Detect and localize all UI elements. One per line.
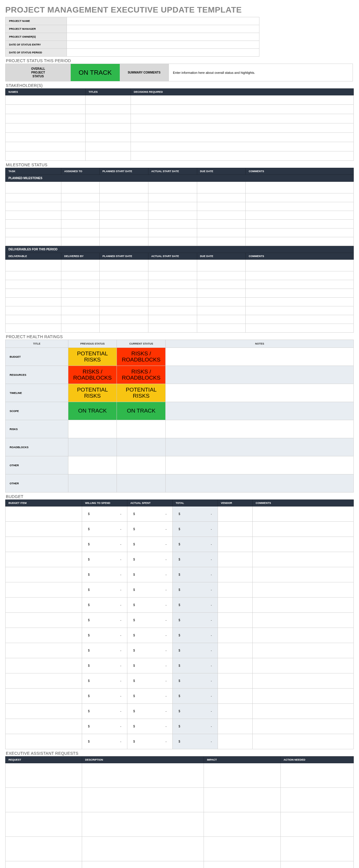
cell[interactable] [253, 552, 354, 567]
cell[interactable] [5, 114, 86, 123]
cell[interactable] [218, 582, 253, 597]
cell[interactable] [280, 861, 354, 868]
cell[interactable] [131, 114, 354, 123]
cell[interactable] [61, 271, 99, 280]
cell[interactable] [61, 202, 99, 211]
cell[interactable] [5, 719, 82, 734]
cell[interactable] [246, 306, 354, 315]
health-notes[interactable] [166, 348, 354, 366]
cell[interactable] [197, 298, 246, 306]
cell[interactable] [253, 704, 354, 719]
cell[interactable]: $- [127, 673, 173, 688]
cell[interactable] [99, 260, 148, 271]
cell[interactable] [99, 280, 148, 289]
cell[interactable] [218, 613, 253, 628]
cell[interactable] [5, 298, 61, 306]
cell[interactable] [218, 643, 253, 658]
cell[interactable] [61, 220, 99, 228]
cell[interactable] [131, 123, 354, 133]
cell[interactable] [253, 537, 354, 552]
cell[interactable] [197, 228, 246, 237]
cell[interactable] [197, 182, 246, 193]
health-notes[interactable] [166, 456, 354, 474]
cell[interactable] [5, 613, 82, 628]
cell[interactable] [148, 220, 197, 228]
cell[interactable]: $- [82, 582, 127, 597]
health-prev[interactable]: RISKS / ROADBLOCKS [68, 366, 117, 384]
cell[interactable]: $- [127, 688, 173, 704]
cell[interactable] [86, 114, 131, 123]
cell[interactable] [99, 324, 148, 333]
health-prev[interactable] [68, 456, 117, 474]
health-prev[interactable] [68, 474, 117, 493]
health-notes[interactable] [166, 366, 354, 384]
cell[interactable] [99, 271, 148, 280]
cell[interactable] [5, 271, 61, 280]
cell[interactable] [5, 704, 82, 719]
cell[interactable] [197, 220, 246, 228]
cell[interactable] [253, 719, 354, 734]
cell[interactable] [5, 567, 82, 582]
info-value[interactable] [67, 41, 259, 49]
cell[interactable] [61, 211, 99, 220]
cell[interactable] [5, 763, 82, 788]
cell[interactable] [246, 298, 354, 306]
cell[interactable] [246, 237, 354, 246]
cell[interactable] [246, 324, 354, 333]
cell[interactable]: $- [82, 613, 127, 628]
cell[interactable] [5, 211, 61, 220]
cell[interactable] [197, 271, 246, 280]
cell[interactable] [61, 237, 99, 246]
cell[interactable] [218, 597, 253, 613]
health-curr[interactable]: ON TRACK [117, 402, 166, 420]
cell[interactable] [280, 837, 354, 861]
cell[interactable] [61, 182, 99, 193]
cell[interactable] [5, 788, 82, 812]
cell[interactable] [5, 315, 61, 324]
cell[interactable] [197, 280, 246, 289]
cell[interactable] [5, 688, 82, 704]
cell[interactable] [82, 763, 204, 788]
cell[interactable] [99, 211, 148, 220]
cell[interactable]: $- [127, 582, 173, 597]
cell[interactable] [246, 220, 354, 228]
cell[interactable] [197, 315, 246, 324]
cell[interactable] [5, 260, 61, 271]
cell[interactable] [253, 506, 354, 522]
cell[interactable]: $- [82, 552, 127, 567]
cell[interactable] [61, 289, 99, 298]
cell[interactable] [218, 673, 253, 688]
cell[interactable] [5, 306, 61, 315]
cell[interactable] [204, 861, 280, 868]
cell[interactable]: $- [82, 673, 127, 688]
cell[interactable]: $- [82, 658, 127, 673]
cell[interactable] [99, 306, 148, 315]
cell[interactable] [246, 228, 354, 237]
cell[interactable] [204, 837, 280, 861]
health-curr[interactable]: RISKS / ROADBLOCKS [117, 366, 166, 384]
cell[interactable] [218, 567, 253, 582]
cell[interactable] [99, 220, 148, 228]
cell[interactable] [148, 202, 197, 211]
cell[interactable]: $- [127, 537, 173, 552]
cell[interactable] [82, 861, 204, 868]
cell[interactable]: $- [127, 734, 173, 749]
cell[interactable] [131, 105, 354, 114]
health-notes[interactable] [166, 384, 354, 402]
cell[interactable]: $- [127, 719, 173, 734]
cell[interactable] [148, 211, 197, 220]
cell[interactable]: $- [127, 643, 173, 658]
cell[interactable] [246, 271, 354, 280]
cell[interactable]: $- [82, 688, 127, 704]
health-curr[interactable] [117, 456, 166, 474]
cell[interactable] [5, 228, 61, 237]
cell[interactable] [204, 763, 280, 788]
cell[interactable] [61, 324, 99, 333]
cell[interactable] [218, 522, 253, 537]
cell[interactable]: $- [127, 522, 173, 537]
cell[interactable] [218, 688, 253, 704]
cell[interactable] [86, 123, 131, 133]
cell[interactable] [5, 673, 82, 688]
cell[interactable] [5, 289, 61, 298]
cell[interactable] [218, 704, 253, 719]
